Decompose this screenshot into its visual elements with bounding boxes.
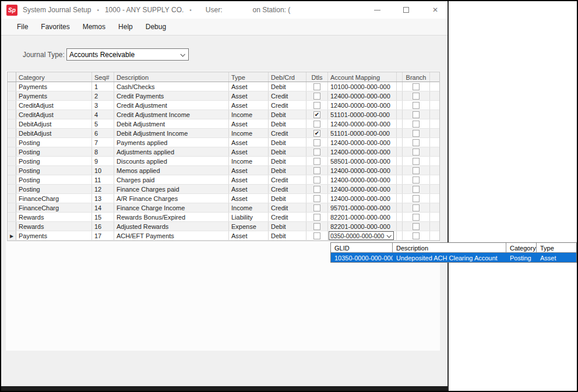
journal-type-select[interactable]: Accounts Receivable	[66, 48, 189, 61]
row-selector[interactable]	[8, 110, 16, 119]
cell-description[interactable]: Payments applied	[114, 138, 229, 147]
cell-seq[interactable]: 4	[92, 110, 114, 119]
dtls-checkbox[interactable]	[313, 176, 320, 183]
cell-type[interactable]: Asset	[229, 194, 269, 203]
cell-account-mapping[interactable]: 12400-0000-000-000	[328, 185, 397, 193]
row-selector[interactable]	[8, 157, 16, 165]
row-selector[interactable]	[8, 166, 16, 175]
branch-checkbox[interactable]	[413, 223, 420, 230]
cell-debcrd[interactable]: Debit	[269, 147, 306, 156]
cell-debcrd[interactable]: Debit	[269, 166, 306, 175]
dtls-checkbox[interactable]	[313, 167, 320, 174]
branch-checkbox[interactable]	[413, 232, 420, 239]
row-selector[interactable]	[8, 82, 16, 91]
branch-checkbox[interactable]	[413, 83, 420, 90]
cell-description[interactable]: Discounts applied	[114, 157, 229, 165]
cell-seq[interactable]: 5	[92, 119, 114, 128]
cell-category[interactable]: Payments	[16, 82, 92, 91]
cell-debcrd[interactable]: Credit	[269, 185, 306, 193]
cell-type[interactable]: Asset	[229, 175, 269, 184]
cell-seq[interactable]: 16	[92, 222, 114, 231]
menu-item-memos[interactable]: Memos	[76, 20, 112, 33]
cell-account-mapping[interactable]: 82201-0000-000-000	[328, 213, 397, 221]
cell-category[interactable]: DebitAdjust	[16, 119, 92, 128]
branch-checkbox[interactable]	[413, 139, 420, 146]
branch-checkbox[interactable]	[413, 121, 420, 128]
dtls-checkbox[interactable]	[313, 214, 320, 221]
branch-checkbox[interactable]	[413, 158, 420, 165]
table-row[interactable]: Posting11Charges paidAssetCredit12400-00…	[8, 175, 439, 185]
table-row[interactable]: CreditAdjust4Credit Adjustment IncomeInc…	[8, 110, 439, 119]
row-selector[interactable]	[8, 222, 16, 231]
cell-seq[interactable]: 14	[92, 203, 114, 212]
cell-account-mapping[interactable]: 95701-0000-000-000	[328, 203, 397, 212]
cell-account-mapping[interactable]: 12400-0000-000-000	[328, 166, 397, 175]
cell-debcrd[interactable]: Debit	[269, 119, 306, 128]
cell-type[interactable]: Income	[229, 129, 269, 137]
cell-description[interactable]: Adjustments applied	[114, 147, 229, 156]
cell-category[interactable]: Rewards	[16, 222, 92, 231]
branch-checkbox[interactable]	[413, 214, 420, 221]
table-row[interactable]: Posting8Adjustments appliedAssetDebit124…	[8, 147, 439, 157]
branch-checkbox[interactable]	[413, 204, 420, 211]
row-selector[interactable]	[8, 101, 16, 110]
selected-row-indicator[interactable]: ▶	[8, 231, 16, 240]
table-row[interactable]: ▶Payments17ACH/EFT PaymentsAssetDebit035…	[8, 231, 439, 241]
cell-type[interactable]: Income	[229, 110, 269, 119]
cell-category[interactable]: CreditAdjust	[16, 110, 92, 119]
cell-category[interactable]: FinanceCharg	[16, 194, 92, 203]
cell-debcrd[interactable]: Debit	[269, 222, 306, 231]
cell-category[interactable]: FinanceCharg	[16, 203, 92, 212]
cell-category[interactable]: Posting	[16, 157, 92, 165]
branch-checkbox[interactable]	[413, 149, 420, 156]
cell-description[interactable]: Credit Adjustment Income	[114, 110, 229, 119]
cell-debcrd[interactable]: Credit	[269, 175, 306, 184]
cell-debcrd[interactable]: Credit	[269, 91, 306, 100]
cell-debcrd[interactable]: Debit	[269, 138, 306, 147]
branch-checkbox[interactable]	[413, 176, 420, 183]
branch-checkbox[interactable]	[413, 93, 420, 100]
maximize-button[interactable]	[400, 3, 413, 16]
dtls-checkbox[interactable]	[313, 102, 320, 109]
cell-debcrd[interactable]: Debit	[269, 194, 306, 203]
table-row[interactable]: Rewards16Adjusted RewardsExpenseDebit822…	[8, 222, 439, 231]
cell-description[interactable]: ACH/EFT Payments	[114, 231, 229, 240]
dtls-checkbox[interactable]	[313, 93, 320, 100]
cell-type[interactable]: Asset	[229, 82, 269, 91]
cell-seq[interactable]: 8	[92, 147, 114, 156]
cell-seq[interactable]: 10	[92, 166, 114, 175]
menu-item-favorites[interactable]: Favorites	[34, 20, 76, 33]
table-row[interactable]: FinanceCharg14Finance Charge IncomeIncom…	[8, 203, 439, 213]
cell-type[interactable]: Asset	[229, 91, 269, 100]
table-row[interactable]: Posting10Memos appliedAssetDebit12400-00…	[8, 166, 439, 175]
cell-account-mapping[interactable]: 12400-0000-000-000	[328, 101, 397, 110]
dtls-checkbox[interactable]	[313, 149, 320, 156]
cell-seq[interactable]: 13	[92, 194, 114, 203]
cell-account-mapping[interactable]: 10100-0000-000-000	[328, 82, 397, 91]
cell-type[interactable]: Income	[229, 157, 269, 165]
minimize-button[interactable]	[371, 3, 383, 16]
cell-description[interactable]: Debit Adjustment	[114, 119, 229, 128]
cell-category[interactable]: DebitAdjust	[16, 129, 92, 137]
popup-result-row[interactable]: 10350-0000-000-000Undeposited ACH Cleari…	[331, 253, 576, 262]
cell-type[interactable]: Asset	[229, 231, 269, 240]
cell-seq[interactable]: 12	[92, 185, 114, 193]
cell-type[interactable]: Asset	[229, 119, 269, 128]
cell-description[interactable]: Memos applied	[114, 166, 229, 175]
cell-description[interactable]: Finance Charges paid	[114, 185, 229, 193]
cell-seq[interactable]: 3	[92, 101, 114, 110]
cell-category[interactable]: Posting	[16, 185, 92, 193]
cell-seq[interactable]: 1	[92, 82, 114, 91]
dtls-checkbox[interactable]	[313, 121, 320, 128]
dtls-checkbox[interactable]: ✔	[313, 130, 320, 137]
dtls-checkbox[interactable]	[313, 232, 320, 239]
dtls-checkbox[interactable]	[313, 83, 320, 90]
cell-type[interactable]: Asset	[229, 147, 269, 156]
cell-description[interactable]: Debit Adjustment Income	[114, 129, 229, 137]
dtls-checkbox[interactable]	[313, 195, 320, 202]
cell-type[interactable]: Asset	[229, 166, 269, 175]
dtls-checkbox[interactable]	[313, 204, 320, 211]
cell-account-mapping[interactable]: 12400-0000-000-000	[328, 147, 397, 156]
cell-type[interactable]: Asset	[229, 138, 269, 147]
cell-seq[interactable]: 9	[92, 157, 114, 165]
